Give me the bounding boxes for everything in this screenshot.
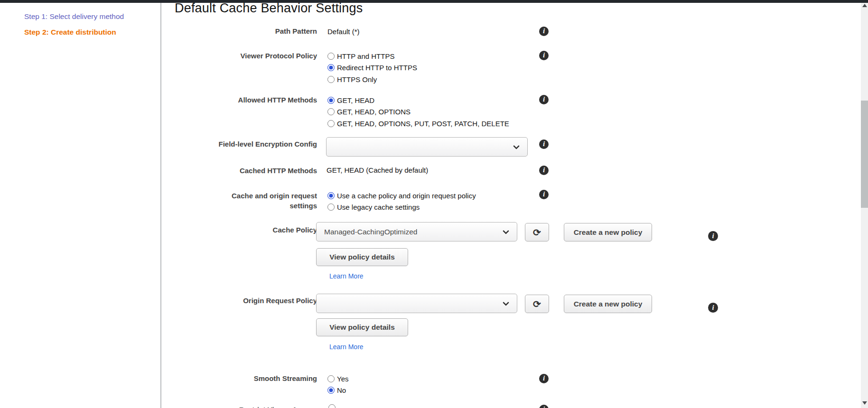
field-level-encryption-select[interactable]: [326, 137, 528, 157]
sidebar-step1-link[interactable]: Step 1: Select delivery method: [24, 12, 124, 21]
radio-option-label[interactable]: No: [337, 386, 346, 394]
info-icon[interactable]: i: [539, 405, 549, 408]
sidebar-step2-link[interactable]: Step 2: Create distribution: [24, 28, 116, 37]
cache-policy-learn-more-link[interactable]: Learn More: [329, 272, 364, 280]
cache-origin-settings-label-line2: settings: [165, 201, 317, 211]
cache-policy-label: Cache Policy: [165, 226, 317, 234]
info-icon[interactable]: i: [539, 190, 549, 199]
scrollbar-up-arrow-icon[interactable]: [862, 4, 867, 7]
create-cache-policy-button[interactable]: Create a new policy: [564, 223, 652, 241]
sidebar-divider: [160, 3, 161, 408]
info-icon[interactable]: i: [539, 166, 549, 175]
info-icon[interactable]: i: [708, 231, 718, 241]
radio-selected[interactable]: [327, 192, 335, 199]
radio-option-label[interactable]: GET, HEAD, OPTIONS: [337, 108, 411, 116]
path-pattern-value: Default (*): [327, 28, 360, 36]
info-icon[interactable]: i: [539, 139, 549, 149]
smooth-streaming-label: Smooth Streaming: [165, 374, 317, 383]
chevron-down-icon: [503, 299, 509, 306]
path-pattern-label: Path Pattern: [165, 27, 317, 36]
info-icon[interactable]: i: [539, 27, 549, 36]
radio-option-row[interactable]: No: [327, 385, 348, 397]
radio-option-row[interactable]: Use legacy cache settings: [327, 202, 476, 213]
radio-unselected[interactable]: [327, 375, 335, 382]
radio-unselected-partial[interactable]: [328, 404, 336, 408]
refresh-origin-request-policies-button[interactable]: ⟳: [525, 295, 549, 313]
viewer-protocol-policy-group: HTTP and HTTPSRedirect HTTP to HTTPSHTTP…: [327, 50, 417, 85]
radio-option-row[interactable]: GET, HEAD: [327, 94, 509, 106]
radio-option-label[interactable]: Use a cache policy and origin request po…: [337, 192, 476, 200]
scrollbar-down-arrow-icon[interactable]: [862, 401, 867, 405]
refresh-cache-policies-button[interactable]: ⟳: [525, 223, 549, 241]
radio-option-row[interactable]: HTTP and HTTPS: [327, 50, 417, 62]
radio-unselected[interactable]: [327, 204, 335, 211]
cached-http-methods-value: GET, HEAD (Cached by default): [327, 166, 428, 175]
radio-option-row[interactable]: Yes: [327, 373, 348, 385]
info-icon[interactable]: i: [539, 374, 549, 383]
radio-option-label[interactable]: Yes: [337, 375, 348, 383]
radio-selected[interactable]: [327, 387, 335, 394]
radio-option-label[interactable]: Use legacy cache settings: [337, 203, 420, 211]
radio-option-row[interactable]: GET, HEAD, OPTIONS, PUT, POST, PATCH, DE…: [327, 118, 509, 130]
cached-http-methods-label: Cached HTTP Methods: [165, 167, 317, 175]
info-icon[interactable]: i: [539, 95, 549, 104]
radio-option-label[interactable]: HTTPS Only: [337, 75, 377, 83]
cache-policy-select-value: Managed-CachingOptimized: [324, 228, 417, 236]
allowed-http-methods-label: Allowed HTTP Methods: [165, 96, 317, 104]
radio-unselected[interactable]: [327, 108, 335, 115]
radio-option-label[interactable]: HTTP and HTTPS: [337, 52, 394, 60]
info-icon[interactable]: i: [539, 51, 549, 60]
viewer-protocol-policy-label: Viewer Protocol Policy: [165, 52, 317, 60]
refresh-icon: ⟳: [533, 227, 541, 238]
cache-origin-settings-label: Cache and origin request settings: [165, 191, 317, 211]
origin-request-policy-learn-more-link[interactable]: Learn More: [329, 343, 364, 351]
radio-option-label[interactable]: GET, HEAD: [337, 96, 374, 104]
radio-unselected[interactable]: [327, 76, 335, 83]
origin-request-policy-select[interactable]: [316, 294, 517, 313]
radio-selected[interactable]: [327, 97, 335, 104]
origin-request-policy-label: Origin Request Policy: [165, 297, 317, 305]
view-origin-request-policy-details-button[interactable]: View policy details: [316, 318, 408, 336]
radio-option-label[interactable]: Redirect HTTP to HTTPS: [337, 64, 417, 72]
radio-unselected[interactable]: [327, 120, 335, 127]
info-icon[interactable]: i: [708, 303, 718, 313]
radio-option-row[interactable]: GET, HEAD, OPTIONS: [327, 106, 509, 118]
field-level-encryption-label: Field-level Encryption Config: [165, 140, 317, 148]
radio-unselected[interactable]: [327, 53, 335, 60]
radio-option-row[interactable]: HTTPS Only: [327, 74, 417, 85]
browser-chrome-bar: [0, 0, 868, 3]
restrict-viewer-access-label-partial: Restrict Viewer Access: [165, 406, 317, 408]
vertical-scrollbar-thumb[interactable]: [861, 101, 868, 208]
chevron-down-icon: [513, 143, 520, 149]
smooth-streaming-group: YesNo: [327, 373, 348, 396]
radio-option-row[interactable]: Use a cache policy and origin request po…: [327, 190, 476, 202]
cache-origin-settings-group: Use a cache policy and origin request po…: [327, 190, 476, 213]
radio-option-row[interactable]: Redirect HTTP to HTTPS: [327, 62, 417, 74]
allowed-http-methods-group: GET, HEADGET, HEAD, OPTIONSGET, HEAD, OP…: [327, 94, 509, 130]
cache-policy-select[interactable]: Managed-CachingOptimized: [316, 222, 517, 241]
create-origin-request-policy-button[interactable]: Create a new policy: [564, 295, 652, 313]
radio-option-label[interactable]: GET, HEAD, OPTIONS, PUT, POST, PATCH, DE…: [337, 120, 509, 128]
radio-selected[interactable]: [327, 64, 335, 71]
page-title: Default Cache Behavior Settings: [175, 1, 363, 16]
cache-origin-settings-label-line1: Cache and origin request: [165, 191, 317, 201]
refresh-icon: ⟳: [533, 299, 541, 309]
view-cache-policy-details-button[interactable]: View policy details: [316, 248, 408, 266]
chevron-down-icon: [503, 228, 509, 234]
